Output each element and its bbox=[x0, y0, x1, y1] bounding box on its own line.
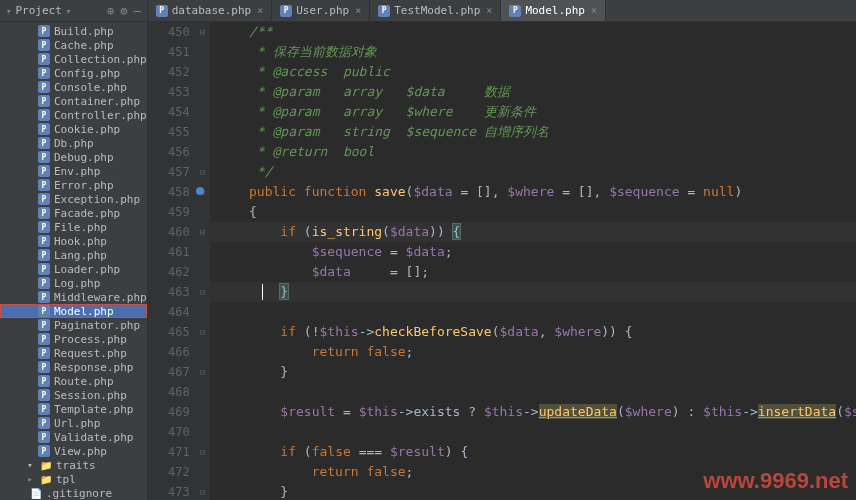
line-gutter[interactable]: 4504514524534544554564574584594604614624… bbox=[148, 22, 196, 500]
implement-marker-icon[interactable] bbox=[196, 187, 204, 195]
code-line-453[interactable]: * @param array $data 数据 bbox=[210, 82, 856, 102]
fold-toggle[interactable]: ⊟ bbox=[196, 482, 210, 500]
tree-item-validate-php[interactable]: Validate.php bbox=[0, 430, 147, 444]
code-content[interactable]: /** * 保存当前数据对象 * @access public * @param… bbox=[210, 22, 856, 500]
tree-item-request-php[interactable]: Request.php bbox=[0, 346, 147, 360]
line-number[interactable]: 453 bbox=[148, 82, 190, 102]
fold-toggle[interactable]: ⊟ bbox=[196, 362, 210, 382]
tab-database-php[interactable]: database.php× bbox=[148, 0, 273, 21]
tree-item-response-php[interactable]: Response.php bbox=[0, 360, 147, 374]
fold-toggle[interactable]: ⊟ bbox=[196, 222, 210, 242]
line-number[interactable]: 468 bbox=[148, 382, 190, 402]
tree-folder-tpl[interactable]: tpl bbox=[0, 472, 147, 486]
line-number[interactable]: 450 bbox=[148, 22, 190, 42]
code-line-454[interactable]: * @param array $where 更新条件 bbox=[210, 102, 856, 122]
tree-item-session-php[interactable]: Session.php bbox=[0, 388, 147, 402]
gear-icon[interactable]: ⚙ bbox=[120, 4, 127, 18]
tree-item-process-php[interactable]: Process.php bbox=[0, 332, 147, 346]
code-line-473[interactable]: } bbox=[210, 482, 856, 500]
tree-item-console-php[interactable]: Console.php bbox=[0, 80, 147, 94]
line-number[interactable]: 462 bbox=[148, 262, 190, 282]
project-dropdown-icon[interactable]: ▾ bbox=[6, 6, 11, 16]
tree-item-middleware-php[interactable]: Middleware.php bbox=[0, 290, 147, 304]
code-line-461[interactable]: $sequence = $data; bbox=[210, 242, 856, 262]
tab-close-icon[interactable]: × bbox=[591, 5, 597, 16]
line-number[interactable]: 452 bbox=[148, 62, 190, 82]
tree-item-paginator-php[interactable]: Paginator.php bbox=[0, 318, 147, 332]
code-line-469[interactable]: $result = $this->exists ? $this->updateD… bbox=[210, 402, 856, 422]
code-line-457[interactable]: */ bbox=[210, 162, 856, 182]
tree-item-controller-php[interactable]: Controller.php bbox=[0, 108, 147, 122]
line-number[interactable]: 454 bbox=[148, 102, 190, 122]
tree-item-hook-php[interactable]: Hook.php bbox=[0, 234, 147, 248]
code-line-459[interactable]: { bbox=[210, 202, 856, 222]
fold-column[interactable]: ⊟⊟⊟⊟⊟⊟⊟⊟⊟ bbox=[196, 22, 210, 500]
fold-toggle[interactable]: ⊟ bbox=[196, 442, 210, 462]
tree-item-collection-php[interactable]: Collection.php bbox=[0, 52, 147, 66]
code-line-456[interactable]: * @return bool bbox=[210, 142, 856, 162]
code-line-464[interactable] bbox=[210, 302, 856, 322]
tree-item-route-php[interactable]: Route.php bbox=[0, 374, 147, 388]
tree-item-cache-php[interactable]: Cache.php bbox=[0, 38, 147, 52]
tree-item-file-php[interactable]: File.php bbox=[0, 220, 147, 234]
tree-item-config-php[interactable]: Config.php bbox=[0, 66, 147, 80]
line-number[interactable]: 471 bbox=[148, 442, 190, 462]
fold-toggle[interactable]: ⊟ bbox=[196, 282, 210, 302]
project-scope-dropdown-icon[interactable]: ▾ bbox=[66, 6, 71, 16]
fold-toggle[interactable]: ⊟ bbox=[196, 322, 210, 342]
line-number[interactable]: 473 bbox=[148, 482, 190, 500]
code-line-468[interactable] bbox=[210, 382, 856, 402]
tree-item-loader-php[interactable]: Loader.php bbox=[0, 262, 147, 276]
tree-item-lang-php[interactable]: Lang.php bbox=[0, 248, 147, 262]
code-line-450[interactable]: /** bbox=[210, 22, 856, 42]
tree-item-url-php[interactable]: Url.php bbox=[0, 416, 147, 430]
tab-close-icon[interactable]: × bbox=[486, 5, 492, 16]
tree-item-db-php[interactable]: Db.php bbox=[0, 136, 147, 150]
line-number[interactable]: 461 bbox=[148, 242, 190, 262]
code-line-451[interactable]: * 保存当前数据对象 bbox=[210, 42, 856, 62]
tab-model-php[interactable]: Model.php× bbox=[501, 0, 606, 21]
line-number[interactable]: 465 bbox=[148, 322, 190, 342]
tree-item-env-php[interactable]: Env.php bbox=[0, 164, 147, 178]
code-line-458[interactable]: public function save($data = [], $where … bbox=[210, 182, 856, 202]
code-line-466[interactable]: return false; bbox=[210, 342, 856, 362]
tab-close-icon[interactable]: × bbox=[355, 5, 361, 16]
code-line-463[interactable]: } bbox=[210, 282, 856, 302]
tree-item-log-php[interactable]: Log.php bbox=[0, 276, 147, 290]
locate-icon[interactable]: ⊕ bbox=[107, 4, 114, 18]
tab-testmodel-php[interactable]: TestModel.php× bbox=[370, 0, 501, 21]
line-number[interactable]: 463 bbox=[148, 282, 190, 302]
tree-item-debug-php[interactable]: Debug.php bbox=[0, 150, 147, 164]
collapse-icon[interactable]: — bbox=[133, 4, 140, 18]
tab-close-icon[interactable]: × bbox=[257, 5, 263, 16]
line-number[interactable]: 455 bbox=[148, 122, 190, 142]
line-number[interactable]: 467 bbox=[148, 362, 190, 382]
code-line-472[interactable]: return false; bbox=[210, 462, 856, 482]
line-number[interactable]: 469 bbox=[148, 402, 190, 422]
tree-item-view-php[interactable]: View.php bbox=[0, 444, 147, 458]
line-number[interactable]: 466 bbox=[148, 342, 190, 362]
code-line-462[interactable]: $data = []; bbox=[210, 262, 856, 282]
fold-toggle[interactable]: ⊟ bbox=[196, 22, 210, 42]
line-number[interactable]: 459 bbox=[148, 202, 190, 222]
line-number[interactable]: 456 bbox=[148, 142, 190, 162]
tree-item-container-php[interactable]: Container.php bbox=[0, 94, 147, 108]
line-number[interactable]: 460 bbox=[148, 222, 190, 242]
line-number[interactable]: 451 bbox=[148, 42, 190, 62]
tree-item-template-php[interactable]: Template.php bbox=[0, 402, 147, 416]
project-tree[interactable]: Build.phpCache.phpCollection.phpConfig.p… bbox=[0, 22, 147, 500]
code-line-465[interactable]: if (!$this->checkBeforeSave($data, $wher… bbox=[210, 322, 856, 342]
code-line-470[interactable] bbox=[210, 422, 856, 442]
code-line-455[interactable]: * @param string $sequence 自增序列名 bbox=[210, 122, 856, 142]
tree-item-model-php[interactable]: Model.php bbox=[0, 304, 147, 318]
tree-item-build-php[interactable]: Build.php bbox=[0, 24, 147, 38]
tree-item--gitignore[interactable]: .gitignore bbox=[0, 486, 147, 500]
line-number[interactable]: 470 bbox=[148, 422, 190, 442]
code-line-467[interactable]: } bbox=[210, 362, 856, 382]
line-number[interactable]: 472 bbox=[148, 462, 190, 482]
code-line-460[interactable]: if (is_string($data)) { bbox=[210, 222, 856, 242]
code-line-471[interactable]: if (false === $result) { bbox=[210, 442, 856, 462]
tree-item-facade-php[interactable]: Facade.php bbox=[0, 206, 147, 220]
fold-toggle[interactable]: ⊟ bbox=[196, 162, 210, 182]
code-line-452[interactable]: * @access public bbox=[210, 62, 856, 82]
